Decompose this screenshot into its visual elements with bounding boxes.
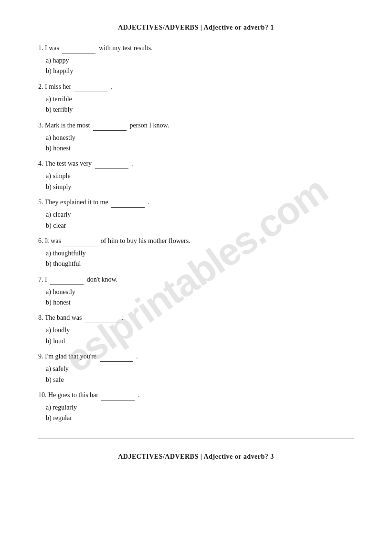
question-3: 3. Mark is the most person I know. a) ho… — [38, 120, 354, 154]
q6-option-a: a) thoughtfully — [46, 248, 354, 259]
question-2-text: 2. I miss her . — [38, 82, 354, 92]
q7-option-a: a) honestly — [46, 287, 354, 297]
blank-10 — [101, 390, 135, 400]
section-divider — [38, 438, 354, 439]
blank-7 — [50, 274, 84, 285]
q1-option-a: a) happy — [46, 55, 354, 66]
blank-9 — [100, 351, 133, 362]
q2-option-a: a) terrible — [46, 94, 354, 105]
page-content: ADJECTIVES/ADVERBS | Adjective or adverb… — [0, 0, 392, 484]
question-8-text: 8. The band was . — [38, 313, 354, 323]
blank-8 — [85, 313, 118, 323]
q8-option-a: a) loudly — [46, 325, 354, 336]
q3-option-b: b) honest — [46, 143, 354, 154]
questions-list: 1. I was with my test results. a) happy … — [38, 43, 354, 424]
q6-option-b: b) thoughtful — [46, 259, 354, 269]
q3-option-a: a) honestly — [46, 133, 354, 143]
q5-option-a: a) clearly — [46, 210, 354, 220]
q8-option-b: b) loud — [46, 336, 354, 347]
blank-4 — [95, 158, 128, 169]
q2-option-b: b) terribly — [46, 105, 354, 115]
q1-option-b: b) happily — [46, 66, 354, 76]
q10-option-a: a) regularly — [46, 402, 354, 413]
question-6: 6. It was of him to buy his mother flowe… — [38, 236, 354, 270]
section-header-2: ADJECTIVES/ADVERBS | Adjective or adverb… — [38, 453, 354, 461]
question-5-text: 5. They explained it to me . — [38, 197, 354, 208]
blank-5 — [111, 197, 145, 208]
question-10: 10. He goes to this bar . a) regularly b… — [38, 390, 354, 424]
question-5: 5. They explained it to me . a) clearly … — [38, 197, 354, 231]
question-10-text: 10. He goes to this bar . — [38, 390, 354, 400]
question-4-text: 4. The test was very . — [38, 158, 354, 169]
q5-option-b: b) clear — [46, 221, 354, 231]
q4-option-b: b) simply — [46, 182, 354, 192]
question-6-text: 6. It was of him to buy his mother flowe… — [38, 236, 354, 246]
question-9: 9. I'm glad that you're . a) safely b) s… — [38, 351, 354, 385]
question-9-text: 9. I'm glad that you're . — [38, 351, 354, 362]
q9-option-a: a) safely — [46, 364, 354, 374]
blank-1 — [62, 43, 95, 53]
q10-option-b: b) regular — [46, 413, 354, 423]
question-1-text: 1. I was with my test results. — [38, 43, 354, 53]
question-3-text: 3. Mark is the most person I know. — [38, 120, 354, 131]
q4-option-a: a) simple — [46, 171, 354, 181]
blank-6 — [64, 236, 97, 246]
question-7: 7. I don't know. a) honestly b) honest — [38, 274, 354, 308]
question-8: 8. The band was . a) loudly b) loud — [38, 313, 354, 347]
q7-option-b: b) honest — [46, 297, 354, 308]
blank-2 — [74, 82, 108, 92]
q9-option-b: b) safe — [46, 375, 354, 385]
question-7-text: 7. I don't know. — [38, 274, 354, 285]
section-header-1: ADJECTIVES/ADVERBS | Adjective or adverb… — [38, 24, 354, 32]
blank-3 — [93, 120, 127, 131]
question-4: 4. The test was very . a) simple b) simp… — [38, 158, 354, 192]
question-1: 1. I was with my test results. a) happy … — [38, 43, 354, 77]
question-2: 2. I miss her . a) terrible b) terribly — [38, 82, 354, 116]
